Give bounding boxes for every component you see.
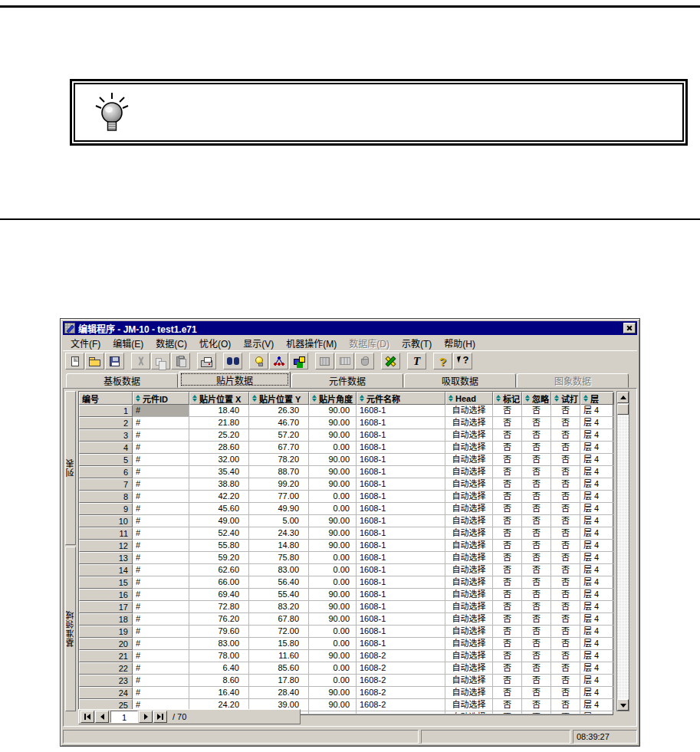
cell-layer[interactable]: 层 4: [580, 417, 614, 429]
cell-component-id[interactable]: #: [133, 662, 189, 675]
row-number-button[interactable]: 9: [79, 503, 133, 515]
cell-head[interactable]: 自动选择: [445, 589, 493, 601]
cell-trial[interactable]: 否: [551, 552, 580, 564]
cell-skip[interactable]: 否: [522, 638, 551, 650]
cell-layer[interactable]: 层 4: [580, 405, 614, 417]
cell-angle[interactable]: 90.00: [309, 478, 357, 491]
cell-angle[interactable]: 90.00: [309, 454, 357, 466]
cell-angle[interactable]: 0.00: [309, 552, 357, 564]
bucket-button[interactable]: [355, 353, 374, 369]
cell-component-name[interactable]: 1608-1: [357, 527, 445, 540]
cell-mark[interactable]: 否: [493, 601, 522, 613]
cell-place-x[interactable]: 78.00: [189, 650, 249, 662]
row-number-button[interactable]: 22: [79, 662, 133, 675]
cell-mark[interactable]: 否: [493, 466, 522, 478]
menu-item-file[interactable]: 文件(F): [64, 335, 107, 351]
cell-place-y[interactable]: 99.20: [249, 478, 309, 491]
cell-mark[interactable]: 否: [493, 576, 522, 589]
cell-skip[interactable]: 否: [522, 626, 551, 638]
cell-layer[interactable]: 层 4: [580, 638, 614, 650]
cell-skip[interactable]: 否: [522, 527, 551, 540]
cell-angle[interactable]: 0.00: [309, 491, 357, 503]
board-button[interactable]: [315, 353, 334, 369]
cell-head[interactable]: 自动选择: [445, 478, 493, 491]
cell-component-name[interactable]: 1608-1: [357, 552, 445, 564]
cell-component-name[interactable]: 1608-2: [357, 699, 445, 711]
cell-mark[interactable]: 否: [493, 552, 522, 564]
cell-component-id[interactable]: #: [133, 687, 189, 699]
tab-pickup-data[interactable]: 吸取数据: [404, 373, 516, 388]
cell-place-x[interactable]: 32.00: [189, 454, 249, 466]
cell-component-id[interactable]: #: [133, 491, 189, 503]
page-number-input[interactable]: 1: [110, 711, 138, 723]
menu-item-data[interactable]: 数据(C): [150, 335, 193, 351]
cell-mark[interactable]: 否: [493, 540, 522, 552]
cell-head[interactable]: 自动选择: [445, 515, 493, 527]
cell-trial[interactable]: 否: [551, 601, 580, 613]
cell-head[interactable]: 自动选择: [445, 503, 493, 515]
menu-item-teach[interactable]: 示教(T): [396, 335, 438, 351]
cell-skip[interactable]: 否: [522, 503, 551, 515]
cell-component-name[interactable]: 1608-1: [357, 478, 445, 491]
cell-head[interactable]: 自动选择: [445, 527, 493, 540]
row-number-button[interactable]: 7: [79, 478, 133, 491]
cell-skip[interactable]: 否: [522, 711, 551, 714]
cell-head[interactable]: 自动选择: [445, 576, 493, 589]
cell-place-y[interactable]: 77.00: [249, 491, 309, 503]
row-number-button[interactable]: 16: [79, 589, 133, 601]
cell-head[interactable]: 自动选择: [445, 540, 493, 552]
cell-place-x[interactable]: 52.40: [189, 527, 249, 540]
cell-layer[interactable]: 层 4: [580, 650, 614, 662]
cell-angle[interactable]: 90.00: [309, 601, 357, 613]
cell-component-id[interactable]: #: [133, 589, 189, 601]
cell-skip[interactable]: 否: [522, 429, 551, 442]
cell-layer[interactable]: 层 4: [580, 515, 614, 527]
cell-head[interactable]: 自动选择: [445, 711, 493, 714]
scroll-thumb[interactable]: [617, 404, 629, 415]
cell-place-y[interactable]: 57.20: [249, 429, 309, 442]
cell-head[interactable]: 自动选择: [445, 699, 493, 711]
cell-head[interactable]: 自动选择: [445, 552, 493, 564]
cell-mark[interactable]: 否: [493, 417, 522, 429]
cell-head[interactable]: 自动选择: [445, 429, 493, 442]
cell-component-name[interactable]: 1608-1: [357, 454, 445, 466]
print-button[interactable]: [197, 353, 216, 369]
menu-item-edit[interactable]: 编辑(E): [107, 335, 150, 351]
side-section-list[interactable]: 列表: [65, 391, 76, 545]
row-number-button[interactable]: 17: [79, 601, 133, 613]
column-header-number[interactable]: 编号: [79, 392, 133, 405]
cell-component-name[interactable]: 1608-1: [357, 417, 445, 429]
cell-mark[interactable]: 否: [493, 515, 522, 527]
cell-component-name[interactable]: 1608-2: [357, 650, 445, 662]
cell-layer[interactable]: 层 4: [580, 601, 614, 613]
cell-angle[interactable]: 90.00: [309, 699, 357, 711]
copy-button[interactable]: [151, 353, 170, 369]
cell-component-id[interactable]: #: [133, 540, 189, 552]
context-help-button[interactable]: [453, 353, 472, 369]
cell-place-y[interactable]: 26.30: [249, 405, 309, 417]
cell-head[interactable]: 自动选择: [445, 417, 493, 429]
cell-layer[interactable]: 层 4: [580, 613, 614, 626]
cell-angle[interactable]: 90.00: [309, 589, 357, 601]
cell-component-id[interactable]: #: [133, 466, 189, 478]
previous-page-button[interactable]: [95, 711, 109, 723]
cell-angle[interactable]: 90.00: [309, 711, 357, 714]
cell-skip[interactable]: 否: [522, 601, 551, 613]
column-header-component-name[interactable]: 元件名称: [357, 392, 445, 405]
column-header-place-x[interactable]: 贴片位置 X: [189, 392, 249, 405]
cell-skip[interactable]: 否: [522, 466, 551, 478]
cell-component-name[interactable]: 1608-1: [357, 601, 445, 613]
cell-mark[interactable]: 否: [493, 527, 522, 540]
cell-mark[interactable]: 否: [493, 454, 522, 466]
cell-component-id[interactable]: #: [133, 626, 189, 638]
cell-head[interactable]: 自动选择: [445, 405, 493, 417]
cell-layer[interactable]: 层 4: [580, 527, 614, 540]
cell-layer[interactable]: 层 4: [580, 429, 614, 442]
cell-trial[interactable]: 否: [551, 491, 580, 503]
cell-place-x[interactable]: 38.80: [189, 478, 249, 491]
cell-place-x[interactable]: 28.60: [189, 442, 249, 454]
cell-place-y[interactable]: 17.80: [249, 675, 309, 687]
cell-head[interactable]: 自动选择: [445, 687, 493, 699]
menu-item-help[interactable]: 帮助(H): [438, 335, 481, 351]
tab-image-data[interactable]: 图象数据: [517, 373, 629, 388]
